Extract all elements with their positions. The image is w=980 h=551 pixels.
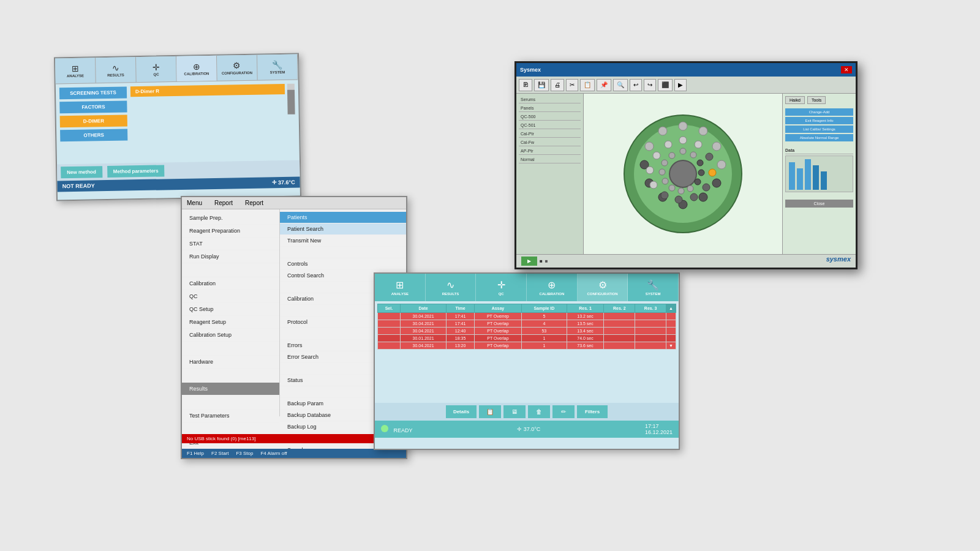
screening-tests-button[interactable]: SCREENING TESTS [59, 86, 127, 99]
nav-configuration[interactable]: ⚙ CONFIGURATION [217, 55, 258, 81]
play-button[interactable]: ▶ [521, 257, 537, 266]
nav-results[interactable]: ∿ RESULTS [96, 57, 137, 83]
edit-button[interactable]: ✏ [552, 405, 575, 418]
toolbar-btn-5[interactable]: 📋 [580, 79, 595, 91]
svg-rect-41 [805, 159, 811, 190]
toolbar-btn-11[interactable]: ▶ [674, 79, 687, 91]
s4-item-serums[interactable]: Serums [519, 96, 581, 103]
svg-point-31 [695, 179, 701, 185]
svg-point-7 [712, 179, 721, 187]
svg-point-29 [697, 160, 703, 166]
s4-item-panels[interactable]: Panels [519, 105, 581, 112]
cell-scroll: ▼ [666, 342, 676, 350]
table-row[interactable]: 30.01.2021 18:35 PT Overlap 1 74.0 sec [378, 335, 676, 342]
nav-qc[interactable]: ✛ QC [136, 56, 177, 82]
menu-qc-setup[interactable]: QC Setup [182, 303, 279, 316]
s4-item-qc501[interactable]: QC-501 [519, 122, 581, 129]
status-message: No USB stick found (0) [me113] [182, 434, 406, 443]
s4-item-normal[interactable]: Normal [519, 156, 581, 163]
nav-analyse[interactable]: ⊞ ANALYSE [55, 58, 96, 83]
cell-sel [378, 320, 401, 328]
help-f3[interactable]: F3 Stop [236, 451, 253, 456]
nav-system[interactable]: 🔧 SYSTEM [257, 54, 298, 80]
menu-calibration-setup[interactable]: Calibration Setup [182, 329, 279, 342]
toolbar-btn-9[interactable]: ↪ [644, 79, 656, 91]
menu-sample-prep[interactable]: Sample Prep. [182, 212, 279, 225]
cell-res2 [604, 335, 635, 342]
table-row[interactable]: 30.04.2021 12:40 PT Overlap 53 13.4 sec [378, 328, 676, 335]
menu-results[interactable]: Results [182, 383, 279, 395]
table-row[interactable]: 30.04.2021 17:41 PT Overrep 5 13.2 sec [378, 313, 676, 320]
svg-point-32 [687, 186, 693, 192]
filters-button[interactable]: Filters [577, 405, 608, 418]
s3-toolbar: Details 📋 🖥 🗑 ✏ Filters [375, 403, 679, 421]
list-calibs-button[interactable]: List Calibs/ Settings [785, 126, 853, 133]
s4-item-calfw[interactable]: Cal-Fw [519, 139, 581, 146]
help-f4[interactable]: F4 Alarm off [260, 451, 287, 456]
d-dimer-button[interactable]: D-DIMER [60, 114, 127, 127]
close-button[interactable]: ✕ [841, 66, 852, 73]
right-panel: D-Dimer R [130, 84, 296, 160]
svg-rect-39 [789, 162, 795, 190]
toolbar-btn-6[interactable]: 📌 [597, 79, 611, 91]
help-f1[interactable]: F1 Help [187, 451, 204, 456]
s3-nav-configuration[interactable]: ⚙ CONFIGURATION [578, 274, 628, 301]
toolbar-btn-4[interactable]: ✂ [566, 79, 578, 91]
exit-reagent-button[interactable]: Exit Reagent Info [785, 117, 853, 124]
s3-nav-qc[interactable]: ✛ QC [476, 274, 527, 301]
menu-test-parameters[interactable]: Test Parameters [182, 410, 279, 422]
close-panel-button[interactable]: Close [785, 200, 853, 208]
svg-point-23 [650, 181, 657, 189]
menu-stat[interactable]: STAT [182, 238, 279, 250]
toolbar-btn-10[interactable]: ⬛ [658, 79, 673, 91]
svg-point-21 [675, 196, 682, 203]
cell-sel [378, 335, 401, 342]
s4-item-apptr[interactable]: AP-Ptr [519, 148, 581, 155]
table-row[interactable]: 30.04.2021 17:41 PT Overlap 4 13.5 sec [378, 320, 676, 328]
s4-item-qc500[interactable]: QC-500 [519, 113, 581, 121]
toolbar-btn-8[interactable]: ↩ [630, 79, 642, 91]
toolbar-btn-3[interactable]: 🖨 [551, 79, 564, 91]
toolbar-btn-7[interactable]: 🔍 [613, 79, 628, 91]
haikd-tab[interactable]: Haikd [785, 96, 805, 104]
others-button[interactable]: OTHERS [60, 129, 127, 141]
menu-qc[interactable]: QC [182, 290, 279, 303]
col-res2: Res. 2 [604, 304, 635, 313]
nav-calibration[interactable]: ⊕ CALIBRATION [176, 56, 217, 81]
s3-nav-calibration[interactable]: ⊕ CALIBRATION [527, 274, 578, 301]
help-f2[interactable]: F2 Start [211, 451, 228, 456]
table-row[interactable]: 30.04.2021 13:20 PT Overlap 1 73.6 sec ▼ [378, 342, 676, 350]
sub-patients[interactable]: Patients [280, 212, 406, 223]
s3-qc-icon: ✛ [497, 279, 505, 291]
menu-run-display[interactable]: Run Display [182, 250, 279, 263]
menu-calibration[interactable]: Calibration [182, 277, 279, 290]
sub-patient-search[interactable]: Patient Search [280, 223, 406, 235]
s3-nav-system[interactable]: 🔧 SYSTEM [628, 274, 679, 301]
absolute-normal-button[interactable]: Absolute Normal Range [785, 134, 853, 141]
menu-reagent-setup[interactable]: Reagent Setup [182, 316, 279, 329]
print-button[interactable]: 🖥 [503, 405, 526, 418]
menu-hardware[interactable]: Hardware [182, 356, 279, 369]
d-dimer-r-item[interactable]: D-Dimer R [130, 84, 285, 97]
sub-transmit-new[interactable]: Transmit New [280, 235, 406, 247]
copy-button[interactable]: 📋 [479, 405, 501, 418]
delete-button[interactable]: 🗑 [528, 405, 550, 418]
toolbar-btn-2[interactable]: 💾 [534, 79, 549, 91]
s3-nav-results[interactable]: ∿ RESULTS [426, 274, 477, 301]
cell-res1: 73.6 sec [567, 342, 604, 350]
svg-point-18 [709, 169, 716, 176]
toolbar-btn-1[interactable]: 🖹 [519, 79, 532, 91]
s3-calibration-icon: ⊕ [548, 279, 556, 291]
s4-item-calptr[interactable]: Cal-Ptr [519, 130, 581, 138]
sub-controls[interactable]: Controls [280, 258, 406, 270]
tools-tab[interactable]: Tools [807, 96, 826, 104]
s3-nav-analyse[interactable]: ⊞ ANALYSE [375, 274, 426, 301]
new-method-button[interactable]: New method [61, 166, 102, 178]
factors-button[interactable]: FACTORS [59, 100, 127, 113]
details-button[interactable]: Details [446, 405, 477, 418]
scrollbar[interactable] [287, 84, 295, 94]
menu-reagent-prep[interactable]: Reagent Preparation [182, 225, 279, 238]
method-parameters-button[interactable]: Method parameters [107, 165, 165, 178]
cell-sample-id: 53 [522, 328, 567, 335]
change-add-button[interactable]: Change-Add [785, 108, 853, 116]
